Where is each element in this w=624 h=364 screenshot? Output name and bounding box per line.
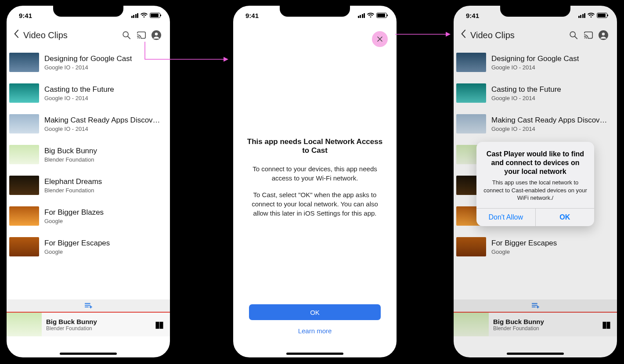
back-button[interactable]	[10, 29, 22, 41]
alert-dont-allow-button[interactable]: Don't Allow	[476, 209, 535, 226]
list-item[interactable]: Making Cast Ready Apps Discover...Google…	[7, 108, 170, 139]
list-item[interactable]: Big Buck BunnyBlender Foundation	[7, 139, 170, 170]
video-title: Big Buck Bunny	[44, 147, 97, 155]
thumbnail	[9, 206, 39, 226]
video-title: Making Cast Ready Apps Discover...	[491, 116, 611, 125]
status-time: 9:41	[245, 12, 259, 19]
system-alert: Cast Player would like to find and conne…	[476, 142, 594, 226]
home-indicator[interactable]	[507, 353, 564, 355]
cast-icon[interactable]	[581, 28, 596, 43]
video-title: Making Cast Ready Apps Discover...	[44, 116, 164, 125]
interstitial-heading: This app needs Local Network Access to C…	[244, 137, 386, 155]
video-subtitle: Google	[44, 249, 110, 255]
list-item[interactable]: Casting to the FutureGoogle IO - 2014	[7, 78, 170, 108]
search-icon[interactable]	[119, 28, 134, 43]
video-subtitle: Google IO - 2014	[491, 95, 561, 101]
cast-icon[interactable]	[134, 28, 149, 43]
notch	[500, 5, 570, 17]
add-to-queue-button[interactable]	[7, 299, 170, 312]
video-title: Casting to the Future	[44, 85, 114, 94]
thumbnail	[9, 237, 39, 256]
video-title: Designing for Google Cast	[491, 54, 579, 63]
now-playing-subtitle: Blender Foundation	[46, 325, 155, 332]
cellular-icon	[578, 13, 586, 18]
list-item[interactable]: Elephant DreamsBlender Foundation	[7, 170, 170, 201]
status-time: 9:41	[466, 12, 479, 19]
video-title: Casting to the Future	[491, 85, 561, 94]
svg-point-2	[137, 37, 138, 38]
back-button[interactable]	[457, 29, 469, 41]
battery-icon	[150, 13, 160, 18]
top-bar: Video Clips	[454, 25, 617, 47]
notch	[53, 5, 123, 17]
thumbnail	[9, 83, 39, 103]
now-playing-subtitle: Blender Foundation	[493, 325, 602, 332]
alert-ok-button[interactable]: OK	[535, 209, 595, 226]
thumbnail	[456, 53, 486, 72]
top-bar: Video Clips	[7, 25, 170, 47]
video-subtitle: Blender Foundation	[44, 156, 97, 163]
list-item[interactable]: Casting to the FutureGoogle IO - 2014	[454, 78, 617, 108]
mini-player: Big Buck Bunny Blender Foundation ▮▮	[454, 299, 617, 336]
close-icon	[377, 36, 383, 42]
cellular-icon	[131, 13, 139, 18]
list-item[interactable]: Designing for Google CastGoogle IO - 201…	[454, 47, 617, 78]
interstitial-paragraph-2: To Cast, select "OK" when the app asks t…	[244, 191, 386, 218]
account-icon[interactable]	[149, 28, 164, 43]
learn-more-link[interactable]: Learn more	[298, 327, 332, 335]
video-subtitle: Google IO - 2014	[44, 126, 164, 132]
svg-line-6	[575, 36, 577, 39]
svg-point-7	[584, 37, 585, 38]
screen-video-list: 9:41 Video Clips Designing for Google Ca…	[3, 2, 174, 361]
now-playing-bar[interactable]: Big Buck Bunny Blender Foundation ▮▮	[7, 312, 170, 336]
video-subtitle: Google IO - 2014	[44, 95, 114, 101]
pause-button[interactable]: ▮▮	[602, 319, 610, 330]
video-subtitle: Google	[44, 218, 104, 224]
thumbnail	[456, 237, 486, 256]
thumbnail	[9, 53, 39, 72]
status-time: 9:41	[19, 12, 32, 19]
list-item[interactable]: For Bigger BlazesGoogle	[7, 201, 170, 231]
video-subtitle: Google	[491, 249, 557, 255]
cellular-icon	[358, 13, 365, 18]
list-item[interactable]: For Bigger EscapesGoogle	[454, 231, 617, 262]
now-playing-thumb	[454, 313, 489, 336]
video-subtitle: Blender Foundation	[44, 187, 102, 194]
video-subtitle: Google IO - 2014	[491, 64, 579, 71]
page-title: Video Clips	[470, 30, 515, 40]
search-icon[interactable]	[566, 28, 581, 43]
now-playing-bar[interactable]: Big Buck Bunny Blender Foundation ▮▮	[454, 312, 617, 336]
close-button[interactable]	[372, 31, 388, 47]
screen-permission-alert: 9:41 Video Clips Designing for Google Ca…	[450, 2, 621, 361]
battery-icon	[376, 13, 387, 18]
thumbnail	[456, 114, 486, 133]
pause-button[interactable]: ▮▮	[155, 319, 163, 330]
wifi-icon	[588, 13, 595, 18]
svg-point-9	[602, 32, 605, 36]
screen-interstitial: 9:41 This app needs Local Network Access…	[229, 2, 400, 361]
alert-message: This app uses the local network to conne…	[483, 179, 587, 202]
video-subtitle: Google IO - 2014	[491, 126, 611, 132]
mini-player: Big Buck Bunny Blender Foundation ▮▮	[7, 299, 170, 336]
thumbnail	[9, 176, 39, 195]
home-indicator[interactable]	[286, 353, 343, 355]
battery-icon	[597, 13, 607, 18]
list-item[interactable]: Designing for Google CastGoogle IO - 201…	[7, 47, 170, 78]
account-icon[interactable]	[596, 28, 611, 43]
video-subtitle: Google IO - 2014	[44, 64, 132, 71]
video-title: For Bigger Escapes	[491, 239, 557, 248]
list-item[interactable]: Making Cast Ready Apps Discover...Google…	[454, 108, 617, 139]
list-item[interactable]: For Bigger EscapesGoogle	[7, 231, 170, 262]
now-playing-title: Big Buck Bunny	[46, 318, 155, 325]
page-title: Video Clips	[23, 30, 68, 40]
thumbnail	[456, 83, 486, 103]
now-playing-thumb	[7, 313, 42, 336]
wifi-icon	[367, 13, 374, 18]
home-indicator[interactable]	[60, 353, 117, 355]
video-title: Elephant Dreams	[44, 177, 102, 186]
add-to-queue-button[interactable]	[454, 299, 617, 312]
thumbnail	[9, 145, 39, 164]
alert-title: Cast Player would like to find and conne…	[483, 150, 587, 176]
ok-button[interactable]: OK	[249, 304, 381, 320]
video-list[interactable]: Designing for Google CastGoogle IO - 201…	[7, 47, 170, 262]
